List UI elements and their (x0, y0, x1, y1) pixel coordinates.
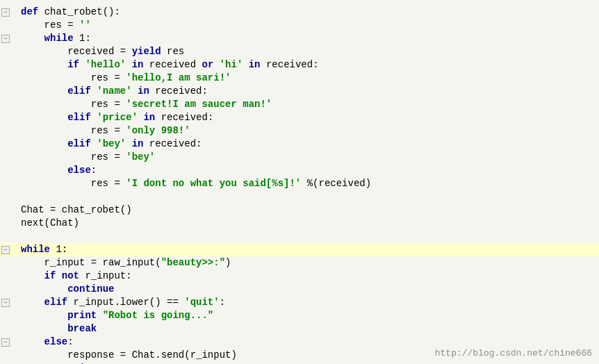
code-line-16: Chat = chat_robet() (0, 204, 599, 217)
code-line-26: − else: (0, 336, 599, 349)
code-line-12: res = 'bey' (0, 151, 599, 164)
code-line-18 (0, 230, 599, 243)
code-line-9: elif 'price' in received: (0, 111, 599, 124)
line-content-13: else: (21, 164, 585, 177)
code-line-15 (0, 190, 599, 204)
line-content-20: r_input = raw_input("beauty>>:") (21, 256, 585, 270)
code-line-21: if not r_input: (0, 270, 599, 283)
line-content-12: res = 'bey' (21, 151, 585, 164)
code-line-6: res = 'hello,I am sari!' (0, 72, 599, 85)
line-content-17: next(Chat) (21, 217, 585, 230)
code-line-20: r_input = raw_input("beauty>>:") (0, 256, 599, 270)
line-content-4: received = yield res (21, 45, 585, 58)
line-content-2: res = '' (21, 19, 585, 32)
line-content-23: elif r_input.lower() == 'quit': (21, 296, 585, 309)
line-content-7: elif 'name' in received: (21, 85, 585, 98)
line-content-15 (21, 190, 585, 204)
line-content-5: if 'hello' in received or 'hi' in receiv… (21, 58, 585, 72)
line-content-24: print "Robot is going..." (21, 309, 585, 322)
line-content-9: elif 'price' in received: (21, 111, 585, 124)
code-line-25: break (0, 322, 599, 336)
code-line-17: next(Chat) (0, 217, 599, 230)
code-line-23: − elif r_input.lower() == 'quit': (0, 296, 599, 309)
code-line-13: else: (0, 164, 599, 177)
line-content-14: res = 'I dont no what you said[%s]!' %(r… (21, 177, 585, 190)
line-content-25: break (21, 322, 585, 336)
line-content-16: Chat = chat_robet() (21, 204, 585, 217)
code-line-2: res = '' (0, 19, 599, 32)
line-content-3: while 1: (21, 32, 585, 45)
code-line-19: − while 1: (0, 243, 599, 256)
line-content-18 (21, 230, 585, 243)
code-line-22: continue (0, 283, 599, 296)
fold-btn-3[interactable]: − (1, 35, 10, 43)
fold-btn-23[interactable]: − (1, 299, 10, 307)
fold-btn-26[interactable]: − (1, 338, 10, 347)
line-content-11: elif 'bey' in received: (21, 138, 585, 151)
code-line-14: res = 'I dont no what you said[%s]!' %(r… (0, 177, 599, 190)
code-line-3: − while 1: (0, 32, 599, 45)
fold-btn-1[interactable]: − (1, 8, 10, 17)
code-line-7: elif 'name' in received: (0, 85, 599, 98)
code-line-24: print "Robot is going..." (0, 309, 599, 322)
code-line-10: res = 'only 998!' (0, 124, 599, 138)
line-content-8: res = 'secret!I am saucer man!' (21, 98, 585, 111)
code-editor: − def chat_robet(): res = '' − while 1: … (0, 0, 599, 364)
line-content-19: while 1: (21, 243, 585, 256)
code-line-11: elif 'bey' in received: (0, 138, 599, 151)
fold-btn-19[interactable]: − (1, 246, 10, 254)
code-line-5: if 'hello' in received or 'hi' in receiv… (0, 58, 599, 72)
watermark: http://blog.csdn.net/chine666 (435, 348, 592, 358)
line-content-6: res = 'hello,I am sari!' (21, 72, 585, 85)
code-line-8: res = 'secret!I am saucer man!' (0, 98, 599, 111)
line-content-26: else: (21, 336, 585, 349)
line-content-21: if not r_input: (21, 270, 585, 283)
code-line-4: received = yield res (0, 45, 599, 58)
line-content-10: res = 'only 998!' (21, 124, 585, 138)
code-line-1: − def chat_robet(): (0, 6, 599, 19)
line-content-22: continue (21, 283, 585, 296)
line-content-1: def chat_robet(): (21, 6, 585, 19)
